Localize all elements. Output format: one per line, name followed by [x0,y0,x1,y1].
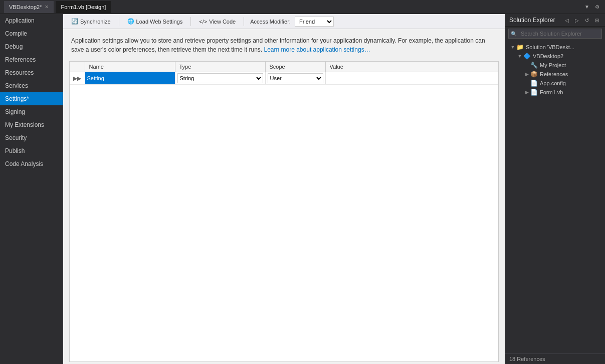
settings-table: Name Type Scope Value ▶▶ St [70,62,498,85]
tab-vbdesktop2[interactable]: VBDesktop2* ✕ [4,1,54,13]
sidebar-item-code-analysis[interactable]: Code Analysis [0,157,63,170]
search-icon: 🔍 [509,31,519,37]
name-input[interactable] [87,75,173,81]
sidebar-item-application[interactable]: Application [0,14,63,27]
title-bar: VBDesktop2* ✕ Form1.vb [Design] ▼ ⚙ [0,0,605,14]
se-forward-icon[interactable]: ▷ [573,16,581,24]
scope-select[interactable]: User Application [268,73,323,83]
access-modifier-label: Access Modifier: [250,19,291,25]
tree-item-references[interactable]: ▶ 📦 References [505,70,605,79]
col-header-value: Value [325,62,498,72]
solution-tree: ▼ 📁 Solution 'VBDeskt... ▼ 🔷 VBDesktop2 … [505,41,605,353]
form1-label: Form1.vb [540,89,563,95]
row-indicator: ▶▶ [70,72,85,85]
se-collapse-icon[interactable]: ⊟ [593,16,601,24]
solution-icon: 📁 [516,44,524,51]
view-code-button[interactable]: </> View Code [195,18,240,26]
main-layout: Application Compile Debug References Res… [0,14,605,364]
se-refresh-icon[interactable]: ↺ [583,16,591,24]
synchronize-button[interactable]: 🔄 Synchronize [67,17,115,26]
sidebar-item-publish[interactable]: Publish [0,144,63,157]
expand-references-icon: ▶ [523,72,530,77]
search-input[interactable] [519,31,601,37]
sidebar-item-compile[interactable]: Compile [0,27,63,40]
vbdesktop2-label: VBDesktop2 [533,53,563,59]
access-modifier-select[interactable]: Friend Public Private Protected [295,17,334,27]
tree-item-my-project[interactable]: 🔧 My Project [505,61,605,70]
my-project-label: My Project [540,62,566,68]
tree-item-app-config[interactable]: 📄 App.config [505,79,605,88]
type-cell[interactable]: String Integer Boolean Double [175,72,265,85]
references-icon: 📦 [530,71,538,78]
tree-item-solution[interactable]: ▼ 📁 Solution 'VBDeskt... [505,43,605,52]
tree-item-vbdesktop2[interactable]: ▼ 🔷 VBDesktop2 [505,52,605,61]
sidebar-item-settings[interactable]: Settings* [0,92,63,105]
sidebar: Application Compile Debug References Res… [0,14,63,364]
toolbar-separator-3 [244,17,244,26]
value-cell[interactable] [325,72,498,85]
web-icon: 🌐 [127,18,134,25]
tree-item-form1[interactable]: ▶ 📄 Form1.vb [505,88,605,97]
appconfig-icon: 📄 [530,80,538,87]
tab-vbdesktop2-close[interactable]: ✕ [45,4,49,10]
solution-explorer-label: Solution Explorer [509,17,555,24]
description-text: Application settings allow you to store … [63,29,505,59]
col-header-type: Type [175,62,265,72]
sidebar-item-resources[interactable]: Resources [0,66,63,79]
toolbar-separator-2 [190,17,191,26]
vbdesktop2-icon: 🔷 [523,53,531,60]
se-back-icon[interactable]: ◁ [563,16,571,24]
table-row: ▶▶ String Integer Boolean Double [70,72,498,85]
myproject-icon: 🔧 [530,62,538,69]
sidebar-item-services[interactable]: Services [0,79,63,92]
name-cell[interactable] [85,72,175,85]
sidebar-item-security[interactable]: Security [0,131,63,144]
se-toolbar-icons: ◁ ▷ ↺ ⊟ [563,16,601,24]
search-box[interactable]: 🔍 [508,29,602,39]
col-header-scope: Scope [265,62,325,72]
tab-form1-label: Form1.vb [Design] [61,4,106,10]
sync-icon: 🔄 [71,18,78,25]
expand-vbdesktop2-icon: ▼ [516,54,523,59]
gear-icon[interactable]: ⚙ [593,3,601,11]
solution-explorer-panel: Solution Explorer ◁ ▷ ↺ ⊟ 🔍 ▼ 📁 Solution… [505,14,605,364]
col-header-name: Name [85,62,175,72]
expand-form1-icon: ▶ [523,90,530,95]
expand-solution-icon: ▼ [509,45,516,50]
code-icon: </> [199,19,207,25]
scope-cell[interactable]: User Application [265,72,325,85]
title-bar-icons: ▼ ⚙ [583,3,601,11]
dropdown-icon[interactable]: ▼ [583,3,591,11]
references-badge: 18 References [505,353,605,364]
content-area: 🔄 Synchronize 🌐 Load Web Settings </> Vi… [63,14,505,364]
solution-label: Solution 'VBDeskt... [526,44,574,50]
settings-table-container: Name Type Scope Value ▶▶ St [69,61,499,362]
sidebar-item-debug[interactable]: Debug [0,40,63,53]
type-select[interactable]: String Integer Boolean Double [177,73,263,83]
tab-vbdesktop2-label: VBDesktop2* [9,4,42,10]
learn-more-link[interactable]: Learn more about application settings… [264,46,370,53]
tab-form1[interactable]: Form1.vb [Design] [56,1,111,13]
form1-icon: 📄 [530,89,538,96]
sidebar-item-my-extensions[interactable]: My Extensions [0,118,63,131]
references-label: References [540,71,568,77]
col-header-row [70,62,85,72]
app-config-label: App.config [540,80,566,86]
sidebar-item-signing[interactable]: Signing [0,105,63,118]
solution-explorer-title: Solution Explorer ◁ ▷ ↺ ⊟ [505,14,605,27]
settings-toolbar: 🔄 Synchronize 🌐 Load Web Settings </> Vi… [63,14,505,29]
description-text2: user's color preferences, then retrieve … [91,46,262,53]
sidebar-item-references[interactable]: References [0,53,63,66]
load-web-settings-button[interactable]: 🌐 Load Web Settings [123,17,187,26]
toolbar-separator-1 [119,17,119,26]
